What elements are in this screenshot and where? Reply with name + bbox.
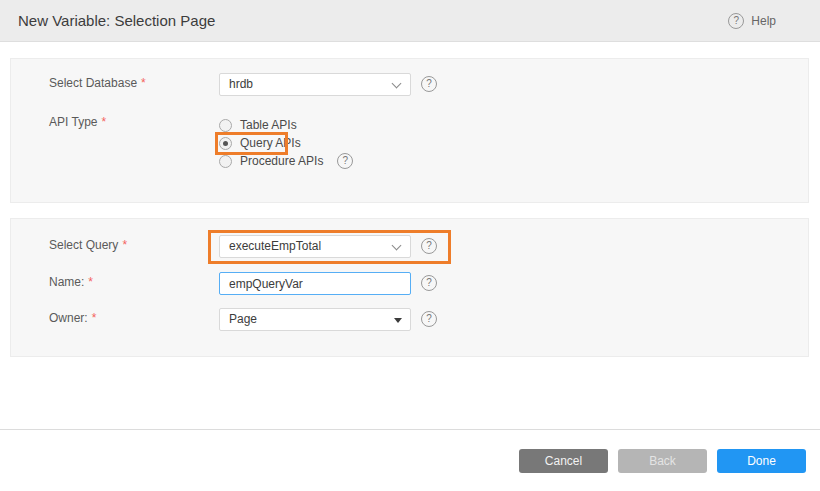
chevron-down-icon bbox=[392, 241, 402, 251]
select-database-label-text: Select Database bbox=[49, 76, 137, 90]
radio-table-apis-label: Table APIs bbox=[240, 118, 297, 132]
api-type-label-text: API Type bbox=[49, 115, 97, 129]
required-asterisk: * bbox=[101, 115, 106, 129]
select-query-label-text: Select Query bbox=[49, 238, 118, 252]
radio-unselected-icon[interactable] bbox=[219, 155, 232, 168]
required-asterisk: * bbox=[141, 76, 146, 90]
dialog-header: New Variable: Selection Page Help bbox=[0, 0, 820, 42]
done-button[interactable]: Done bbox=[717, 449, 806, 473]
name-label: Name:* bbox=[49, 275, 93, 289]
radio-query-apis[interactable]: Query APIs bbox=[219, 134, 301, 152]
required-asterisk: * bbox=[92, 311, 97, 325]
database-dropdown-value: hrdb bbox=[229, 77, 253, 91]
query-dropdown[interactable]: executeEmpTotal bbox=[219, 235, 411, 258]
radio-table-apis[interactable]: Table APIs bbox=[219, 116, 297, 134]
help-button[interactable]: Help bbox=[728, 0, 776, 42]
required-asterisk: * bbox=[122, 238, 127, 252]
owner-label-text: Owner: bbox=[49, 311, 88, 325]
select-database-label: Select Database* bbox=[49, 76, 146, 90]
footer-divider bbox=[0, 429, 820, 430]
name-label-text: Name: bbox=[49, 275, 84, 289]
help-icon bbox=[728, 13, 744, 29]
owner-help-icon[interactable] bbox=[421, 311, 437, 327]
database-dropdown[interactable]: hrdb bbox=[219, 73, 411, 96]
owner-select-value: Page bbox=[229, 312, 257, 326]
dropdown-arrow-icon bbox=[394, 318, 402, 323]
name-input[interactable] bbox=[219, 272, 411, 295]
back-button[interactable]: Back bbox=[618, 449, 707, 473]
owner-select[interactable]: Page bbox=[219, 308, 411, 331]
radio-procedure-apis-label: Procedure APIs bbox=[240, 154, 323, 168]
query-help-icon[interactable] bbox=[421, 238, 437, 254]
owner-label: Owner:* bbox=[49, 311, 96, 325]
database-help-icon[interactable] bbox=[421, 76, 437, 92]
select-query-label: Select Query* bbox=[49, 238, 127, 252]
name-help-icon[interactable] bbox=[421, 275, 437, 291]
procedure-apis-help-icon[interactable] bbox=[337, 153, 353, 169]
help-label: Help bbox=[751, 14, 776, 28]
page-title: New Variable: Selection Page bbox=[18, 0, 215, 42]
radio-procedure-apis[interactable]: Procedure APIs bbox=[219, 152, 353, 170]
cancel-button[interactable]: Cancel bbox=[519, 449, 608, 473]
query-details-panel: Select Query* executeEmpTotal Name:* Own… bbox=[10, 218, 809, 357]
chevron-down-icon bbox=[392, 79, 402, 89]
api-type-label: API Type* bbox=[49, 115, 106, 129]
required-asterisk: * bbox=[88, 275, 93, 289]
new-variable-dialog: New Variable: Selection Page Help Select… bbox=[0, 0, 820, 491]
query-dropdown-value: executeEmpTotal bbox=[229, 239, 321, 253]
radio-unselected-icon[interactable] bbox=[219, 119, 232, 132]
radio-query-apis-label: Query APIs bbox=[240, 136, 301, 150]
api-selection-panel: Select Database* hrdb API Type* Table AP… bbox=[10, 58, 809, 203]
radio-selected-icon[interactable] bbox=[219, 137, 232, 150]
